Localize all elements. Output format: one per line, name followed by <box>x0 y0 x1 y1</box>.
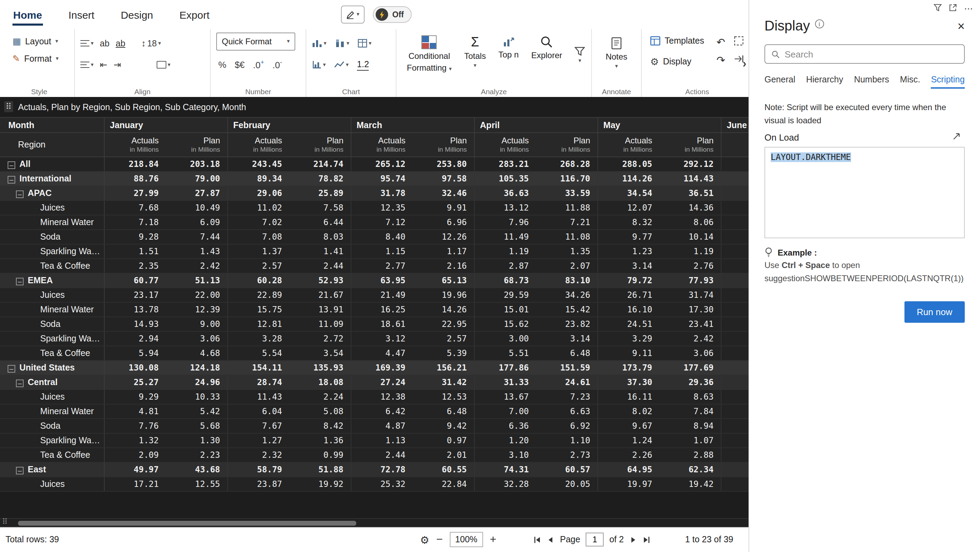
value-cell[interactable]: 8.06 <box>659 215 721 230</box>
value-cell[interactable]: 31.42 <box>412 375 474 390</box>
value-cell[interactable]: 29.36 <box>659 375 721 390</box>
value-cell[interactable]: 7.67 <box>228 419 289 433</box>
measure-header[interactable]: Actualsin Millions <box>351 133 412 157</box>
value-cell[interactable]: 7.84 <box>659 404 721 419</box>
measure-header[interactable]: Planin Millions <box>536 133 597 157</box>
measure-header[interactable]: Planin Millions <box>289 133 351 157</box>
value-cell[interactable]: 17.30 <box>659 302 721 317</box>
run-now-button[interactable]: Run now <box>904 301 965 322</box>
measure-header[interactable]: Actualsin Millions <box>597 133 659 157</box>
value-cell[interactable]: 14.36 <box>659 200 721 215</box>
value-cell[interactable]: 1.19 <box>659 244 721 259</box>
value-cell[interactable]: 36.63 <box>474 186 536 200</box>
value-cell[interactable]: 1.27 <box>228 433 289 448</box>
tab-hierarchy[interactable]: Hierarchy <box>806 75 843 89</box>
measure-header[interactable]: Actualsin Millions <box>104 133 165 157</box>
month-header[interactable]: May <box>597 117 721 133</box>
value-cell[interactable]: 4.47 <box>351 346 412 360</box>
ribbon-expand-chevron[interactable]: › <box>743 57 746 71</box>
row-label-cell[interactable]: Juices <box>0 477 104 492</box>
totals-button[interactable]: Σ Totals ▾ <box>459 33 491 69</box>
value-cell[interactable]: 9.00 <box>165 317 228 332</box>
value-cell[interactable]: 135.93 <box>289 360 351 375</box>
script-editor[interactable]: LAYOUT.DARKTHEME <box>764 147 965 238</box>
value-cell[interactable]: 9.42 <box>412 419 474 433</box>
ribbon-tab-insert[interactable]: Insert <box>68 6 95 23</box>
value-cell[interactable]: 7.21 <box>536 215 597 230</box>
value-cell[interactable]: 292.12 <box>659 157 721 171</box>
value-cell[interactable]: 5.94 <box>104 346 165 360</box>
value-cell[interactable]: 6.48 <box>412 404 474 419</box>
value-cell[interactable]: 177.69 <box>659 360 721 375</box>
value-cell[interactable]: 97.58 <box>412 171 474 186</box>
value-cell[interactable]: 11.49 <box>474 230 536 244</box>
value-cell[interactable]: 18.08 <box>289 375 351 390</box>
value-cell[interactable]: 1.07 <box>659 433 721 448</box>
row-label-cell[interactable]: Mineral Water <box>0 404 104 419</box>
value-cell[interactable]: 7.44 <box>165 230 228 244</box>
undo-button[interactable]: ↶ <box>714 35 728 51</box>
top-n-button[interactable]: Top n <box>493 33 523 60</box>
value-cell[interactable]: 32.46 <box>412 186 474 200</box>
increase-decimal-button[interactable]: .0+ <box>253 59 264 70</box>
value-cell[interactable]: 243.45 <box>228 157 289 171</box>
value-cell[interactable]: 27.87 <box>165 186 228 200</box>
value-cell[interactable]: 6.36 <box>474 419 536 433</box>
edit-off-toggle[interactable]: Off <box>373 6 411 23</box>
value-cell[interactable]: 0.97 <box>412 433 474 448</box>
popout-icon[interactable] <box>949 3 957 14</box>
value-cell[interactable]: 265.12 <box>351 157 412 171</box>
templates-button[interactable]: Templates <box>648 33 707 49</box>
value-cell[interactable]: 2.01 <box>412 448 474 462</box>
collapse-toggle-icon[interactable]: – <box>16 379 24 387</box>
vertical-align-button[interactable]: ▾ <box>80 60 94 70</box>
value-cell[interactable]: 22.00 <box>165 288 228 302</box>
value-cell[interactable]: 7.12 <box>351 215 412 230</box>
value-cell[interactable]: 2.26 <box>597 448 659 462</box>
decrease-indent-icon[interactable]: ⇤ <box>100 60 107 70</box>
value-cell[interactable]: 2.32 <box>228 448 289 462</box>
value-cell[interactable]: 37.30 <box>597 375 659 390</box>
collapse-toggle-icon[interactable]: – <box>16 467 24 474</box>
value-cell[interactable]: 60.77 <box>104 273 165 288</box>
value-cell[interactable]: 27.24 <box>351 375 412 390</box>
value-cell[interactable]: 1.24 <box>597 433 659 448</box>
value-cell[interactable]: 16.11 <box>597 390 659 404</box>
value-cell[interactable]: 7.02 <box>228 215 289 230</box>
value-cell[interactable]: 95.74 <box>351 171 412 186</box>
row-label-cell[interactable]: –All <box>0 157 104 171</box>
value-cell[interactable]: 3.06 <box>165 332 228 346</box>
value-cell[interactable]: 214.74 <box>289 157 351 171</box>
layout-button[interactable]: ▦ Layout ▾ <box>10 33 61 50</box>
value-cell[interactable]: 68.73 <box>474 273 536 288</box>
value-cell[interactable]: 72.78 <box>351 462 412 477</box>
search-input[interactable] <box>784 49 958 59</box>
ribbon-tab-export[interactable]: Export <box>179 6 210 23</box>
value-cell[interactable]: 9.29 <box>104 390 165 404</box>
panel-search[interactable] <box>764 44 965 64</box>
value-cell[interactable]: 3.29 <box>597 332 659 346</box>
value-cell[interactable]: 2.09 <box>104 448 165 462</box>
value-cell[interactable]: 27.99 <box>104 186 165 200</box>
row-label-cell[interactable]: –East <box>0 462 104 477</box>
row-label-cell[interactable]: –APAC <box>0 186 104 200</box>
row-label-cell[interactable]: Soda <box>0 419 104 433</box>
value-cell[interactable]: 12.81 <box>228 317 289 332</box>
value-cell[interactable]: 10.49 <box>165 200 228 215</box>
measure-header[interactable]: Actualsin Millions <box>474 133 536 157</box>
value-cell[interactable]: 8.32 <box>597 215 659 230</box>
explorer-button[interactable]: Explorer <box>527 33 567 60</box>
value-cell[interactable]: 12.26 <box>412 230 474 244</box>
measure-header[interactable]: Planin Millions <box>412 133 474 157</box>
value-cell[interactable]: 151.59 <box>536 360 597 375</box>
tab-general[interactable]: General <box>764 75 795 89</box>
chart-layout-button[interactable]: ▾ <box>358 39 371 48</box>
value-cell[interactable]: 5.08 <box>289 404 351 419</box>
value-cell[interactable]: 64.95 <box>597 462 659 477</box>
collapse-toggle-icon[interactable]: – <box>16 190 24 198</box>
value-cell[interactable]: 2.35 <box>104 259 165 273</box>
value-cell[interactable]: 6.48 <box>536 346 597 360</box>
value-cell[interactable]: 3.10 <box>474 448 536 462</box>
value-cell[interactable]: 2.94 <box>104 332 165 346</box>
value-cell[interactable]: 25.89 <box>289 186 351 200</box>
